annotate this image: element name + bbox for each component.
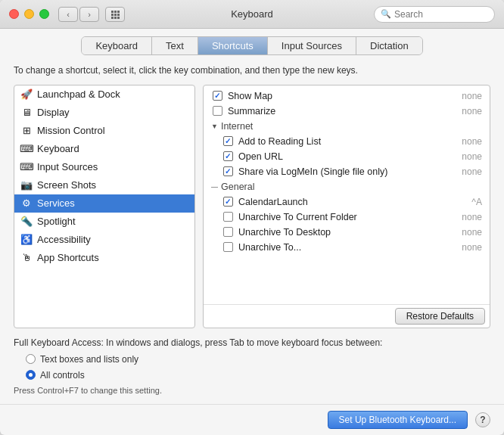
checkbox-open-url[interactable] — [222, 151, 234, 161]
checkbox-calendar-launch[interactable] — [222, 197, 234, 207]
checkbox-unarchive-desktop[interactable] — [222, 227, 234, 237]
row-value-add-reading-list: none — [437, 136, 482, 147]
traffic-lights — [9, 9, 49, 19]
search-box[interactable]: 🔍 — [374, 6, 495, 23]
tab-bar-container: Keyboard Text Shortcuts Input Sources Di… — [0, 29, 504, 55]
dash-icon: — — [211, 183, 218, 191]
table-row[interactable]: Unarchive To Current Folder none — [204, 210, 490, 225]
bottom-section: Full Keyboard Access: In windows and dia… — [14, 336, 490, 397]
sidebar-item-label-screenshots: Screen Shots — [37, 179, 96, 191]
keyboard-icon: ⌨ — [20, 143, 33, 155]
row-label-calendar-launch: CalendarLaunch — [238, 197, 432, 207]
row-value-share-logmein: none — [437, 166, 482, 177]
sidebar: 🚀 Launchpad & Dock 🖥 Display ⊞ Mission C… — [14, 85, 195, 328]
sidebar-item-spotlight[interactable]: 🔦 Spotlight — [14, 213, 194, 231]
instruction-text: To change a shortcut, select it, click t… — [14, 64, 490, 77]
checkbox-unarchive-current[interactable] — [222, 212, 234, 222]
tab-text[interactable]: Text — [152, 37, 198, 54]
sidebar-item-app-shortcuts[interactable]: 🖱 App Shortcuts — [14, 249, 194, 267]
window-title: Keyboard — [231, 8, 273, 20]
sidebar-item-screenshots[interactable]: 📷 Screen Shots — [14, 176, 194, 194]
footer: Set Up Bluetooth Keyboard... ? — [0, 404, 504, 435]
grid-button[interactable] — [105, 7, 125, 22]
row-label-unarchive-to: Unarchive To... — [238, 242, 432, 253]
sidebar-item-label-launchpad: Launchpad & Dock — [37, 89, 120, 100]
content-area: To change a shortcut, select it, click t… — [0, 55, 504, 404]
input-sources-icon: ⌨ — [20, 161, 33, 173]
sidebar-item-input-sources[interactable]: ⌨ Input Sources — [14, 158, 194, 176]
table-row[interactable]: Unarchive To... none — [204, 240, 490, 255]
sidebar-item-label-display: Display — [37, 107, 70, 118]
sidebar-item-label-mission-control: Mission Control — [37, 125, 105, 136]
radio-text-boxes[interactable] — [26, 354, 36, 364]
checkbox-unarchive-to[interactable] — [222, 242, 234, 252]
checkbox-share-logmein[interactable] — [222, 166, 234, 176]
tab-keyboard[interactable]: Keyboard — [82, 37, 152, 54]
svg-rect-1 — [114, 11, 117, 13]
row-value-show-map: none — [437, 91, 482, 101]
minimize-button[interactable] — [24, 9, 34, 19]
full-keyboard-label: Full Keyboard Access: In windows and dia… — [14, 336, 490, 350]
row-label-unarchive-current: Unarchive To Current Folder — [238, 212, 432, 222]
svg-rect-8 — [117, 17, 120, 19]
svg-rect-2 — [117, 11, 120, 13]
triangle-icon: ▼ — [211, 123, 218, 130]
maximize-button[interactable] — [39, 9, 49, 19]
radio-all-controls[interactable] — [26, 370, 36, 380]
sidebar-item-label-keyboard: Keyboard — [37, 143, 79, 154]
table-row[interactable]: Show Map none — [204, 89, 490, 104]
detail-panel: Show Map none Summarize none ▼ Internet — [203, 85, 490, 328]
radio-label-text-boxes: Text boxes and lists only — [40, 353, 138, 366]
checkbox-summarize[interactable] — [211, 106, 223, 116]
table-row[interactable]: Summarize none — [204, 104, 490, 119]
main-area: 🚀 Launchpad & Dock 🖥 Display ⊞ Mission C… — [14, 85, 490, 328]
tab-shortcuts[interactable]: Shortcuts — [198, 37, 268, 54]
table-row[interactable]: CalendarLaunch ^A — [204, 194, 490, 210]
sidebar-item-display[interactable]: 🖥 Display — [14, 104, 194, 122]
radio-row-all-controls[interactable]: All controls — [26, 368, 490, 382]
forward-button[interactable]: › — [79, 7, 99, 22]
spotlight-icon: 🔦 — [20, 216, 33, 228]
radio-label-all-controls: All controls — [40, 368, 85, 382]
table-row[interactable]: Open URL none — [204, 149, 490, 164]
checkbox-show-map[interactable] — [211, 91, 223, 101]
sidebar-item-mission-control[interactable]: ⊞ Mission Control — [14, 122, 194, 140]
row-value-unarchive-current: none — [437, 212, 482, 222]
search-icon: 🔍 — [381, 9, 391, 19]
sidebar-item-services[interactable]: ⚙ Services — [14, 194, 194, 213]
checkbox-add-reading-list[interactable] — [222, 136, 234, 146]
row-label-share-logmein: Share via LogMeIn (Single file only) — [238, 166, 432, 177]
row-label-unarchive-desktop: Unarchive To Desktop — [238, 227, 432, 238]
table-row[interactable]: Share via LogMeIn (Single file only) non… — [204, 164, 490, 179]
sidebar-item-accessibility[interactable]: ♿ Accessibility — [14, 231, 194, 249]
restore-defaults-button[interactable]: Restore Defaults — [395, 308, 485, 325]
table-row[interactable]: Add to Reading List none — [204, 134, 490, 149]
sidebar-item-launchpad[interactable]: 🚀 Launchpad & Dock — [14, 85, 194, 104]
detail-scroll[interactable]: Show Map none Summarize none ▼ Internet — [204, 85, 490, 304]
help-button[interactable]: ? — [475, 412, 490, 427]
table-row[interactable]: Unarchive To Desktop none — [204, 225, 490, 240]
services-icon: ⚙ — [20, 197, 33, 210]
row-label-summarize: Summarize — [228, 106, 432, 117]
accessibility-icon: ♿ — [20, 234, 33, 246]
row-label-show-map: Show Map — [228, 91, 432, 101]
radio-row-text-boxes[interactable]: Text boxes and lists only — [26, 353, 490, 366]
tab-dictation[interactable]: Dictation — [356, 37, 422, 54]
bluetooth-keyboard-button[interactable]: Set Up Bluetooth Keyboard... — [328, 411, 468, 429]
search-input[interactable] — [394, 9, 485, 20]
mission-control-icon: ⊞ — [20, 125, 33, 137]
sidebar-item-keyboard[interactable]: ⌨ Keyboard — [14, 140, 194, 158]
svg-rect-6 — [111, 17, 114, 19]
close-button[interactable] — [9, 9, 19, 19]
sidebar-item-label-services: Services — [37, 197, 75, 209]
back-button[interactable]: ‹ — [58, 7, 78, 22]
launchpad-icon: 🚀 — [20, 89, 33, 101]
sidebar-item-label-spotlight: Spotlight — [37, 216, 76, 227]
svg-rect-3 — [111, 14, 114, 16]
restore-defaults-row: Restore Defaults — [204, 304, 490, 328]
main-window: ‹ › Keyboard 🔍 Keyboard Text — [0, 0, 504, 435]
group-header-general: — General — [204, 179, 490, 194]
group-header-internet: ▼ Internet — [204, 119, 490, 134]
tab-input-sources[interactable]: Input Sources — [268, 37, 356, 54]
sidebar-item-label-accessibility: Accessibility — [37, 234, 91, 245]
